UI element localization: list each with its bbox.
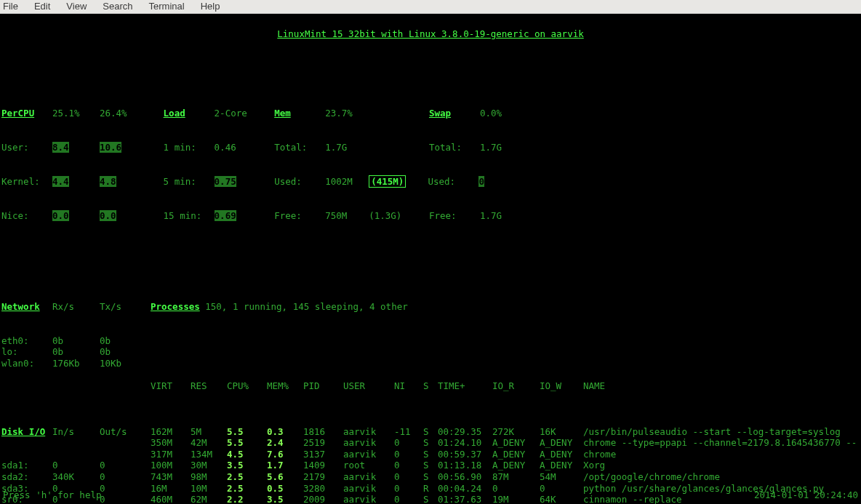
load15-label: 15 min:: [164, 210, 215, 222]
swap-pct: 0.0%: [480, 108, 524, 119]
processes-header: Processes: [151, 301, 200, 312]
menu-help[interactable]: Help: [201, 1, 220, 12]
process-row: 100M30M3.51.71409root0S01:13.18A_DENYA_D…: [151, 460, 860, 471]
mem-free-label: Free:: [274, 210, 325, 222]
swap-free: 1.7G: [480, 210, 524, 222]
percpu-header: PerCPU: [1, 108, 52, 119]
menu-view[interactable]: View: [66, 1, 87, 12]
diskio-header: Disk I/O: [1, 426, 52, 438]
menu-file[interactable]: File: [3, 1, 18, 12]
kernel-core1: 4.4: [52, 176, 69, 187]
percpu-total: 25.1%: [52, 108, 100, 119]
mem-header: Mem: [274, 108, 325, 119]
network-tx-header: Tx/s: [100, 301, 147, 313]
swap-used: 0: [478, 176, 484, 187]
diskio-in-header: In/s: [52, 426, 100, 438]
mem-inactive: (1.3G): [369, 210, 401, 221]
swap-free-label: Free:: [429, 210, 480, 222]
mem-total-label: Total:: [274, 142, 325, 153]
load1-label: 1 min:: [164, 142, 215, 153]
user-label: User:: [1, 142, 52, 153]
mem-pct: 23.7%: [325, 108, 369, 119]
process-row: 743M98M2.55.62179aarvik0S00:56.9087M54M/…: [151, 471, 860, 483]
terminal-output[interactable]: LinuxMint 15 32bit with Linux 3.8.0-19-g…: [0, 14, 861, 504]
nice-core1: 0.0: [52, 210, 69, 221]
left-panel: NetworkRx/sTx/s eth0:0b0blo:0b0bwlan0:17…: [1, 278, 151, 504]
network-row: wlan0:176Kb10Kb: [1, 358, 151, 369]
swap-total: 1.7G: [480, 142, 524, 153]
user-core2: 10.6: [100, 142, 121, 153]
process-row: 317M134M4.57.63137aarvik0S00:59.37A_DENY…: [151, 449, 860, 460]
diskio-row: sda2:340K0: [1, 471, 151, 483]
percpu-core2: 26.4%: [100, 108, 147, 119]
network-rx-header: Rx/s: [52, 301, 100, 313]
load15-val: 0.69: [215, 210, 236, 221]
network-row: lo:0b0b: [1, 346, 151, 358]
menu-terminal[interactable]: Terminal: [149, 1, 185, 12]
load5-label: 5 min:: [164, 176, 215, 188]
mem-used-label: Used:: [274, 176, 325, 188]
swap-header: Swap: [429, 108, 480, 119]
process-row: 162M5M5.50.31816aarvik-11S00:29.35272K16…: [151, 426, 860, 438]
user-core1: 8.4: [52, 142, 69, 153]
network-row: eth0:0b0b: [1, 335, 151, 347]
mem-free: 750M: [325, 210, 369, 222]
diskio-out-header: Out/s: [100, 426, 147, 438]
menu-edit[interactable]: Edit: [34, 1, 50, 12]
nice-label: Nice:: [1, 210, 52, 222]
processes-summary: 150, 1 running, 145 sleeping, 4 other: [205, 301, 407, 312]
clock: 2014-01-01 20:24:40: [754, 489, 858, 501]
mem-active: (415M): [369, 175, 406, 188]
help-hint: Press 'h' for help: [3, 489, 101, 501]
menu-search[interactable]: Search: [103, 1, 132, 12]
process-row: 350M42M5.52.42519aarvik0S01:24.10A_DENYA…: [151, 437, 860, 449]
menubar[interactable]: File Edit View Search Terminal Help: [0, 0, 861, 14]
network-header: Network: [1, 301, 52, 313]
nice-core2: 0.0: [100, 210, 116, 221]
mem-total: 1.7G: [325, 142, 369, 153]
load-header: Load: [164, 108, 215, 119]
load-cores: 2-Core: [215, 108, 258, 119]
diskio-row: sda1:00: [1, 460, 151, 471]
mem-used: 1002M: [325, 176, 369, 188]
kernel-label: Kernel:: [1, 176, 52, 188]
kernel-core2: 4.8: [100, 176, 116, 187]
process-columns: VIRTRESCPU%MEM%PIDUSERNISTIME+IO_RIO_WNA…: [151, 369, 860, 403]
swap-used-label: Used:: [428, 176, 478, 188]
process-panel: Processes 150, 1 running, 145 sleeping, …: [151, 278, 860, 504]
system-title: LinuxMint 15 32bit with Linux 3.8.0-19-g…: [1, 28, 860, 40]
load1-val: 0.46: [215, 142, 258, 153]
swap-total-label: Total:: [429, 142, 480, 153]
load5-val: 0.75: [215, 176, 236, 187]
